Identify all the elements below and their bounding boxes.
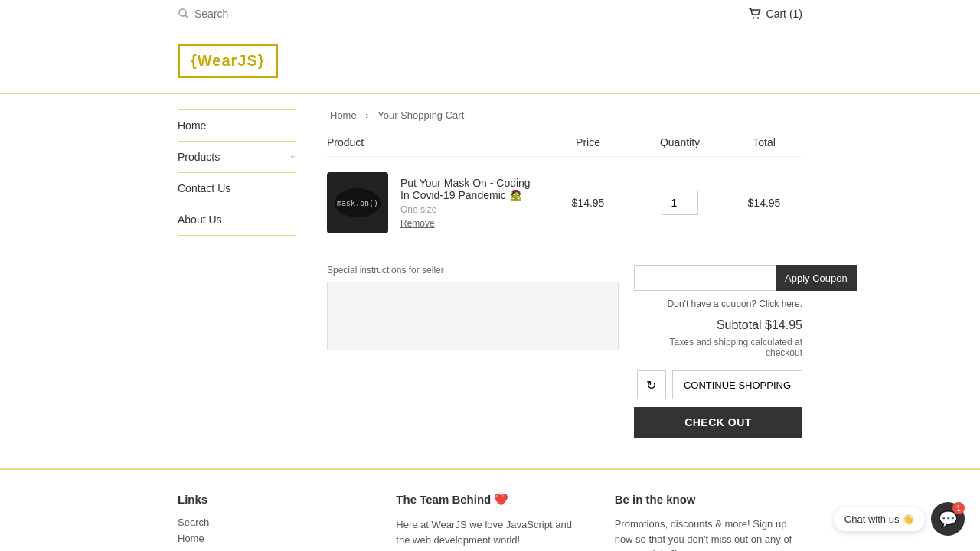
- coupon-row: Apply Coupon: [634, 265, 802, 291]
- cart-icon: [748, 8, 762, 20]
- subtotal-value: $14.95: [765, 318, 802, 331]
- footer-team-col: The Team Behind ❤️ Here at WearJS we lov…: [396, 493, 583, 551]
- item-quantity: [634, 191, 726, 215]
- footer-know-title: Be in the know: [615, 493, 802, 506]
- footer-know-col: Be in the know Promotions, discounts & m…: [615, 493, 802, 551]
- item-price: $14.95: [542, 197, 634, 209]
- col-price-header: Price: [542, 136, 634, 148]
- taxes-note: Taxes and shipping calculated at checkou…: [634, 337, 802, 358]
- logo-area: {WearJS}: [0, 28, 980, 94]
- action-buttons: ↻ CONTINUE SHOPPING: [634, 370, 802, 399]
- dont-have-coupon[interactable]: Don't have a coupon? Click here.: [634, 298, 802, 309]
- plus-icon: +: [290, 152, 296, 162]
- col-total-header: Total: [726, 136, 802, 148]
- breadcrumb-current: Your Shopping Cart: [377, 109, 464, 121]
- sidebar-item-about[interactable]: About Us: [178, 204, 296, 236]
- product-info: Put Your Mask On - Coding In Covid-19 Pa…: [400, 177, 542, 229]
- col-product-header: Product: [327, 136, 542, 148]
- search-input[interactable]: [194, 8, 332, 20]
- footer-links-col: Links Search Home Account Login: [178, 493, 365, 551]
- search-area: [178, 8, 332, 20]
- sidebar: Home Products + Contact Us About Us: [178, 94, 296, 453]
- checkout-button[interactable]: CHECK OUT: [634, 407, 802, 438]
- search-icon: [178, 8, 190, 20]
- footer-link-home[interactable]: Home: [178, 533, 365, 544]
- cart-header: Product Price Quantity Total: [327, 136, 802, 157]
- footer-team-title: The Team Behind ❤️: [396, 493, 583, 507]
- special-instructions-textarea[interactable]: [327, 282, 619, 350]
- chat-label-bubble[interactable]: Chat with us 👋: [834, 507, 925, 531]
- product-name: Put Your Mask On - Coding In Covid-19 Pa…: [400, 177, 542, 201]
- cart-area[interactable]: Cart (1): [748, 8, 802, 20]
- right-section: Apply Coupon Don't have a coupon? Click …: [634, 265, 802, 438]
- svg-line-1: [185, 15, 188, 18]
- item-total: $14.95: [726, 197, 802, 209]
- breadcrumb-home[interactable]: Home: [330, 109, 357, 121]
- product-cell: mask.on() Put Your Mask On - Coding In C…: [327, 172, 542, 233]
- subtotal-row: Subtotal $14.95: [634, 318, 802, 332]
- remove-link[interactable]: Remove: [400, 218, 542, 229]
- refresh-button[interactable]: ↻: [637, 370, 666, 399]
- product-size: One size: [400, 204, 542, 215]
- chat-widget: Chat with us 👋 💬 1: [834, 502, 965, 536]
- product-image: mask.on(): [327, 172, 388, 233]
- sidebar-item-label: Contact Us: [178, 182, 230, 194]
- content-area: Home › Your Shopping Cart Product Price …: [296, 94, 802, 453]
- sidebar-item-label: About Us: [178, 214, 222, 226]
- refresh-icon: ↻: [646, 378, 656, 393]
- footer-know-text: Promotions, discounts & more! Sign up no…: [615, 517, 802, 551]
- cart-table: Product Price Quantity Total mask.on() P…: [327, 136, 802, 249]
- footer-link-search[interactable]: Search: [178, 517, 365, 528]
- svg-point-3: [756, 17, 758, 18]
- breadcrumb: Home › Your Shopping Cart: [327, 109, 802, 121]
- table-row: mask.on() Put Your Mask On - Coding In C…: [327, 157, 802, 249]
- svg-point-0: [179, 9, 186, 16]
- chat-button[interactable]: 💬 1: [931, 502, 965, 536]
- logo[interactable]: {WearJS}: [178, 44, 278, 78]
- left-section: Special instructions for seller: [327, 265, 619, 438]
- footer-links-title: Links: [178, 493, 365, 506]
- apply-coupon-button[interactable]: Apply Coupon: [776, 265, 857, 291]
- cart-label: Cart (1): [766, 8, 802, 20]
- coupon-input[interactable]: [634, 265, 776, 291]
- main-container: Home Products + Contact Us About Us Home…: [0, 94, 980, 453]
- svg-point-2: [752, 17, 753, 18]
- bottom-section: Special instructions for seller Apply Co…: [327, 265, 802, 438]
- sidebar-item-products[interactable]: Products +: [178, 142, 296, 173]
- product-image-inner: mask.on(): [335, 188, 381, 217]
- col-qty-header: Quantity: [634, 136, 726, 148]
- sidebar-item-home[interactable]: Home: [178, 109, 296, 142]
- continue-shopping-button[interactable]: CONTINUE SHOPPING: [672, 370, 802, 399]
- sidebar-item-label: Products: [178, 151, 220, 163]
- special-instructions-label: Special instructions for seller: [327, 265, 619, 276]
- subtotal-label: Subtotal: [717, 318, 762, 331]
- quantity-input[interactable]: [662, 191, 698, 215]
- sidebar-item-contact[interactable]: Contact Us: [178, 173, 296, 204]
- top-bar: Cart (1): [0, 0, 980, 28]
- footer-team-text: Here at WearJS we love JavaScript and th…: [396, 517, 583, 547]
- chat-badge: 1: [952, 502, 965, 514]
- sidebar-item-label: Home: [178, 119, 206, 132]
- breadcrumb-separator: ›: [365, 109, 368, 121]
